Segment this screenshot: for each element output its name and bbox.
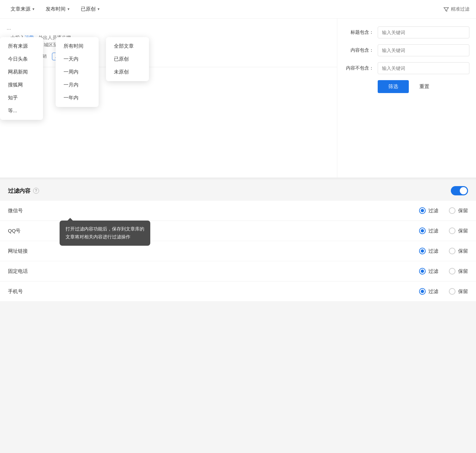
- source-dropdown: 所有来源 今日头条 网易新闻 搜狐网 知乎 等...: [0, 37, 43, 120]
- wechat-label: 微信号: [8, 208, 48, 214]
- wechat-keep-label: 保留: [458, 208, 468, 214]
- qq-options: 过滤 保留: [419, 227, 468, 234]
- source-item-1[interactable]: 今日头条: [0, 53, 43, 66]
- wechat-filter-option[interactable]: 过滤: [419, 207, 438, 214]
- mobile-keep-label: 保留: [458, 288, 468, 295]
- time-item-3[interactable]: 一月内: [56, 78, 99, 91]
- filter-content-section: 过滤内容 ? 微信号 过滤 保留 打开过滤内容功能后，保存到文章库的: [0, 177, 476, 302]
- mobile-keep-option[interactable]: 保留: [449, 288, 468, 295]
- reset-button[interactable]: 重置: [414, 80, 435, 93]
- content-exclude-input[interactable]: [378, 62, 469, 74]
- source-item-3[interactable]: 搜狐网: [0, 78, 43, 91]
- tooltip-line1: 打开过滤内容功能后，保存到文章库的: [66, 226, 144, 231]
- wechat-keep-option[interactable]: 保留: [449, 207, 468, 214]
- landline-filter-radio[interactable]: [419, 268, 426, 275]
- filter-button[interactable]: 筛选: [378, 80, 409, 93]
- article-actions: 看全文 营销 原创: [7, 53, 330, 60]
- time-item-0[interactable]: 所有时间: [56, 40, 99, 53]
- qq-label: QQ号: [8, 228, 48, 234]
- source-item-2[interactable]: 网易新闻: [0, 66, 43, 78]
- mobile-filter-radio[interactable]: [419, 288, 426, 295]
- wechat-filter-label: 过滤: [428, 208, 438, 214]
- mobile-label: 手机号: [8, 288, 48, 295]
- content-exclude-row: 内容不包含：: [344, 62, 469, 74]
- url-keep-option[interactable]: 保留: [449, 248, 468, 254]
- tooltip-line2: 文章将对相关内容进行过滤操作: [66, 234, 130, 239]
- title-filter-row: 标题包含：: [344, 26, 469, 38]
- filter-actions: 筛选 重置: [344, 80, 469, 93]
- content-include-label: 内容包含：: [344, 47, 374, 53]
- qq-keep-label: 保留: [458, 228, 468, 234]
- qq-filter-option[interactable]: 过滤: [419, 227, 438, 234]
- filter-bar: 文章来源 ▼ 发布时间 ▼ 已原创 ▼ 精准过滤: [0, 0, 476, 19]
- url-label: 网址链接: [8, 248, 48, 254]
- url-filter-option[interactable]: 过滤: [419, 248, 438, 254]
- url-options: 过滤 保留: [419, 248, 468, 254]
- qq-keep-option[interactable]: 保留: [449, 227, 468, 234]
- original-item-2[interactable]: 未原创: [106, 66, 149, 78]
- time-label: 发布时间: [46, 6, 66, 12]
- url-filter-radio[interactable]: [419, 248, 426, 254]
- content-exclude-label: 内容不包含：: [344, 65, 374, 71]
- original-filter-btn[interactable]: 已原创 ▼: [77, 4, 104, 14]
- mobile-options: 过滤 保留: [419, 288, 468, 295]
- qq-filter-label: 过滤: [428, 228, 438, 234]
- filter-content-toggle[interactable]: [451, 186, 468, 195]
- landline-keep-label: 保留: [458, 268, 468, 275]
- article-list: ... ...士投入运营，外出人员逐步增 批准宜昌市恢复了城区至8个 看全文: [0, 19, 337, 177]
- url-filter-label: 过滤: [428, 248, 438, 254]
- landline-filter-option[interactable]: 过滤: [419, 268, 438, 275]
- original-item-0[interactable]: 全部文章: [106, 40, 149, 53]
- url-keep-label: 保留: [458, 248, 468, 254]
- mobile-filter-label: 过滤: [428, 288, 438, 295]
- wechat-filter-radio[interactable]: [419, 207, 426, 214]
- filter-icon: [444, 7, 449, 12]
- main-area: ... ...士投入运营，外出人员逐步增 批准宜昌市恢复了城区至8个 看全文: [0, 19, 476, 177]
- original-chevron-icon: ▼: [97, 7, 100, 11]
- filter-tooltip: 打开过滤内容功能后，保存到文章库的 文章将对相关内容进行过滤操作: [60, 221, 150, 246]
- original-label: 已原创: [81, 6, 96, 12]
- url-keep-radio[interactable]: [449, 248, 455, 254]
- help-icon[interactable]: ?: [33, 188, 39, 194]
- source-item-5[interactable]: 等...: [0, 104, 43, 117]
- time-item-4[interactable]: 一年内: [56, 91, 99, 104]
- filter-row-wechat: 微信号 过滤 保留 打开过滤内容功能后，保存到文章库的 文章将对相关内容进行过滤…: [0, 201, 476, 221]
- time-filter-btn[interactable]: 发布时间 ▼: [42, 4, 74, 14]
- landline-label: 固定电话: [8, 268, 48, 275]
- filter-content-header: 过滤内容 ?: [0, 179, 476, 201]
- title-filter-input[interactable]: [378, 26, 469, 38]
- source-label: 文章来源: [11, 6, 30, 12]
- original-dropdown: 全部文章 已原创 未原创: [106, 37, 149, 81]
- precision-label: 精准过滤: [451, 6, 469, 12]
- landline-keep-option[interactable]: 保留: [449, 268, 468, 275]
- landline-options: 过滤 保留: [419, 268, 468, 275]
- wechat-options: 过滤 保留: [419, 207, 468, 214]
- content-include-input[interactable]: [378, 44, 469, 56]
- wechat-keep-radio[interactable]: [449, 207, 455, 214]
- source-item-4[interactable]: 知乎: [0, 91, 43, 104]
- mobile-filter-option[interactable]: 过滤: [419, 288, 438, 295]
- mobile-keep-radio[interactable]: [449, 288, 455, 295]
- title-filter-label: 标题包含：: [344, 29, 374, 35]
- qq-keep-radio[interactable]: [449, 227, 455, 234]
- article-summary: ...士投入运营，外出人员逐步增 批准宜昌市恢复了城区至8个: [7, 34, 330, 49]
- filter-content-title-text: 过滤内容: [8, 187, 30, 195]
- landline-filter-label: 过滤: [428, 268, 438, 275]
- article-snippet: ... ...士投入运营，外出人员逐步增 批准宜昌市恢复了城区至8个 看全文: [0, 19, 337, 67]
- filter-row-landline: 固定电话 过滤 保留: [0, 261, 476, 281]
- time-item-2[interactable]: 一周内: [56, 66, 99, 78]
- article-title: ...: [7, 25, 330, 31]
- qq-filter-radio[interactable]: [419, 227, 426, 234]
- time-chevron-icon: ▼: [67, 7, 70, 11]
- filter-panel: 标题包含： 内容包含： 内容不包含： 筛选 重置: [337, 19, 476, 177]
- precision-filter-btn[interactable]: 精准过滤: [444, 6, 469, 12]
- time-item-1[interactable]: 一天内: [56, 53, 99, 66]
- filter-row-mobile: 手机号 过滤 保留: [0, 281, 476, 302]
- original-item-1[interactable]: 已原创: [106, 53, 149, 66]
- source-item-0[interactable]: 所有来源: [0, 40, 43, 53]
- source-chevron-icon: ▼: [32, 7, 35, 11]
- filter-rows-container: 微信号 过滤 保留 打开过滤内容功能后，保存到文章库的 文章将对相关内容进行过滤…: [0, 201, 476, 302]
- source-filter-btn[interactable]: 文章来源 ▼: [7, 4, 39, 14]
- landline-keep-radio[interactable]: [449, 268, 455, 275]
- time-dropdown: 所有时间 一天内 一周内 一月内 一年内: [56, 37, 99, 107]
